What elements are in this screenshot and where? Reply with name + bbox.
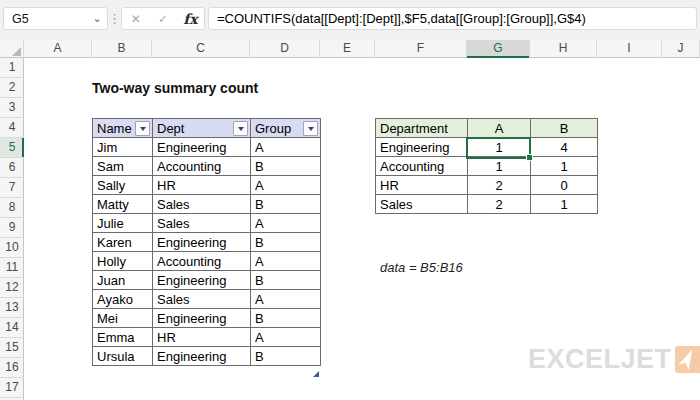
row-header-16[interactable]: 16 xyxy=(0,358,24,378)
cell[interactable]: HR xyxy=(376,176,468,195)
cell[interactable]: Julie xyxy=(93,214,153,233)
cell[interactable]: A xyxy=(251,214,321,233)
cell[interactable]: Sales xyxy=(153,195,251,214)
cell[interactable]: Engineering xyxy=(153,309,251,328)
cell[interactable]: Engineering xyxy=(153,233,251,252)
cell[interactable]: A xyxy=(251,176,321,195)
cell[interactable]: Sales xyxy=(153,214,251,233)
column-header-j[interactable]: J xyxy=(662,40,700,58)
data-table-header-name[interactable]: Name xyxy=(93,119,153,138)
data-table-header-dept[interactable]: Dept xyxy=(153,119,251,138)
summary-header-department[interactable]: Department xyxy=(376,119,468,138)
cell[interactable]: Sales xyxy=(376,195,468,214)
cell[interactable]: B xyxy=(251,309,321,328)
cell[interactable]: Juan xyxy=(93,271,153,290)
row-header-13[interactable]: 13 xyxy=(0,298,24,318)
cell[interactable]: B xyxy=(251,195,321,214)
cell[interactable]: Emma xyxy=(93,328,153,347)
cell[interactable]: 4 xyxy=(531,138,598,157)
fill-handle[interactable] xyxy=(526,154,533,161)
cancel-icon[interactable]: ✕ xyxy=(122,12,149,26)
cell[interactable]: A xyxy=(251,328,321,347)
cell[interactable]: Accounting xyxy=(153,252,251,271)
row-header-12[interactable]: 12 xyxy=(0,278,24,298)
row-header-6[interactable]: 6 xyxy=(0,158,24,178)
row-header-4[interactable]: 4 xyxy=(0,118,24,138)
filter-dropdown-name[interactable] xyxy=(135,121,150,136)
cell[interactable]: 2 xyxy=(468,195,531,214)
cell[interactable]: 1 xyxy=(531,157,598,176)
cell[interactable]: Karen xyxy=(93,233,153,252)
cell[interactable]: Mei xyxy=(93,309,153,328)
sheet-title[interactable]: Two-way summary count xyxy=(92,78,258,98)
column-header-g-selected[interactable]: G xyxy=(467,40,530,58)
formula-bar[interactable]: =COUNTIFS(data[[Dept]:[Dept]],$F5,data[[… xyxy=(208,7,697,30)
name-box[interactable]: G5 ⌄ xyxy=(3,7,108,30)
summary-header-b[interactable]: B xyxy=(531,119,598,138)
cell[interactable]: Engineering xyxy=(153,347,251,366)
row-header-3[interactable]: 3 xyxy=(0,98,24,118)
cell[interactable]: Matty xyxy=(93,195,153,214)
cell[interactable]: Sam xyxy=(93,157,153,176)
filter-dropdown-group[interactable] xyxy=(303,121,318,136)
summary-header-a[interactable]: A xyxy=(468,119,531,138)
cell[interactable]: Ursula xyxy=(93,347,153,366)
row-header-8[interactable]: 8 xyxy=(0,198,24,218)
column-header-a[interactable]: A xyxy=(24,40,92,58)
row-header-9[interactable]: 9 xyxy=(0,218,24,238)
cell[interactable]: A xyxy=(251,290,321,309)
cell[interactable]: Accounting xyxy=(153,157,251,176)
row-header-2[interactable]: 2 xyxy=(0,78,24,98)
insert-function-icon[interactable]: fx xyxy=(177,11,204,27)
row-header-10[interactable]: 10 xyxy=(0,238,24,258)
column-header-h[interactable]: H xyxy=(530,40,597,58)
row-header-17[interactable]: 17 xyxy=(0,378,24,398)
formula-text[interactable]: =COUNTIFS(data[[Dept]:[Dept]],$F5,data[[… xyxy=(209,11,586,26)
name-box-value[interactable]: G5 xyxy=(4,12,87,26)
cell[interactable]: 0 xyxy=(531,176,598,195)
cell[interactable]: B xyxy=(251,271,321,290)
table-row: MattySalesB xyxy=(93,195,321,214)
cell[interactable]: A xyxy=(251,252,321,271)
row-header-5-selected[interactable]: 5 xyxy=(0,138,24,158)
table-resize-handle-icon[interactable] xyxy=(313,371,319,377)
row-header-15[interactable]: 15 xyxy=(0,338,24,358)
name-box-chevron-icon[interactable]: ⌄ xyxy=(87,12,107,25)
cell[interactable]: HR xyxy=(153,328,251,347)
cell[interactable]: Engineering xyxy=(376,138,468,157)
data-table-header-group[interactable]: Group xyxy=(251,119,321,138)
filter-dropdown-dept[interactable] xyxy=(233,121,248,136)
cell[interactable]: Ayako xyxy=(93,290,153,309)
column-header-d[interactable]: D xyxy=(250,40,320,58)
column-header-e[interactable]: E xyxy=(320,40,375,58)
cell[interactable]: HR xyxy=(153,176,251,195)
cell[interactable]: Accounting xyxy=(376,157,468,176)
cell[interactable]: Jim xyxy=(93,138,153,157)
cell[interactable]: B xyxy=(251,347,321,366)
cell[interactable]: 2 xyxy=(468,176,531,195)
column-header-b[interactable]: B xyxy=(92,40,152,58)
row-header-11[interactable]: 11 xyxy=(0,258,24,278)
cell[interactable]: A xyxy=(251,138,321,157)
column-header-c[interactable]: C xyxy=(152,40,250,58)
cell[interactable]: 1 xyxy=(531,195,598,214)
cell[interactable]: B xyxy=(251,157,321,176)
cell[interactable]: 1 xyxy=(468,157,531,176)
enter-icon[interactable]: ✓ xyxy=(149,12,176,26)
table-row: Accounting11 xyxy=(376,157,598,176)
column-header-f[interactable]: F xyxy=(375,40,467,58)
row-header-14[interactable]: 14 xyxy=(0,318,24,338)
cell[interactable]: B xyxy=(251,233,321,252)
select-all-corner[interactable] xyxy=(0,40,24,58)
row-header-7[interactable]: 7 xyxy=(0,178,24,198)
cell[interactable]: Holly xyxy=(93,252,153,271)
cell[interactable]: Sales xyxy=(153,290,251,309)
row-header-1[interactable]: 1 xyxy=(0,58,24,78)
cell[interactable]: Engineering xyxy=(153,271,251,290)
cell-g5-active[interactable]: 1 xyxy=(468,138,531,157)
column-header-i[interactable]: I xyxy=(597,40,662,58)
cell[interactable]: Engineering xyxy=(153,138,251,157)
named-range-note[interactable]: data = B5:B16 xyxy=(380,258,463,278)
table-row: MeiEngineeringB xyxy=(93,309,321,328)
cell[interactable]: Sally xyxy=(93,176,153,195)
